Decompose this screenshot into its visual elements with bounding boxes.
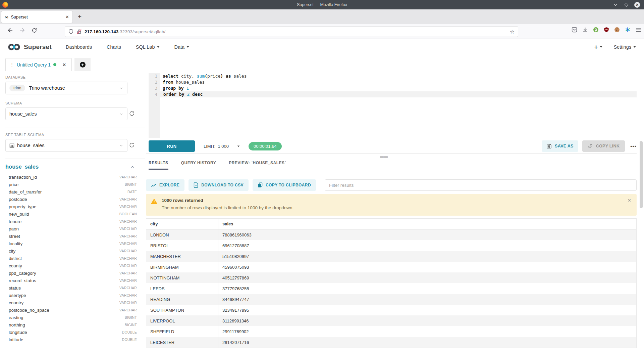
schema-label: SCHEMA xyxy=(5,101,145,105)
more-actions-button[interactable]: ••• xyxy=(630,143,637,149)
window-maximize-button[interactable] xyxy=(624,2,629,7)
column-name: easting xyxy=(5,315,23,320)
run-button[interactable]: RUN xyxy=(149,140,195,152)
sqllab-sidebar: DATABASE trino Trino warehouse SCHEMA ho… xyxy=(5,75,145,343)
table-header-sales[interactable]: sales xyxy=(218,219,636,229)
column-name: paon xyxy=(5,226,19,231)
superset-logo[interactable]: Superset xyxy=(7,43,52,51)
new-item-button[interactable]: + xyxy=(594,43,602,51)
column-list-item: district VARCHAR xyxy=(5,255,137,262)
filter-results-input[interactable] xyxy=(325,179,637,191)
column-list-item: city VARCHAR xyxy=(5,247,137,255)
column-type: VARCHAR xyxy=(119,234,137,238)
column-name: county xyxy=(5,263,22,268)
editor-toolbar: RUN LIMIT: 1 000 00:00:01.64 SAVE AS COP… xyxy=(149,139,637,154)
forward-button[interactable] xyxy=(19,28,25,33)
cell-sales: 37779768255 xyxy=(218,283,636,294)
cell-sales: 69612708887 xyxy=(218,240,636,251)
line-number: 4 xyxy=(149,91,160,97)
table-row: SHEFFIELD 29911769902 xyxy=(146,326,636,337)
results-tab-0[interactable]: RESULTS xyxy=(149,161,168,170)
window-close-button[interactable]: ✕ xyxy=(634,2,640,8)
cell-city: LIVERPOOL xyxy=(146,315,218,326)
column-list-item: property_type VARCHAR xyxy=(5,203,137,210)
cell-city: NOTTINGHAM xyxy=(146,272,218,283)
explore-button[interactable]: EXPLORE xyxy=(146,179,184,191)
database-select[interactable]: trino Trino warehouse xyxy=(5,82,127,94)
page-scrollbar[interactable] xyxy=(640,141,643,208)
svg-text:uB: uB xyxy=(605,29,607,31)
floppy-disk-icon xyxy=(546,143,552,149)
pocket-icon[interactable] xyxy=(572,27,577,33)
privacy-badger-icon[interactable] xyxy=(593,27,599,33)
chevron-down-icon xyxy=(119,86,123,90)
back-button[interactable] xyxy=(7,28,13,33)
column-list-item: tenure VARCHAR xyxy=(5,218,137,225)
hamburger-menu-icon[interactable] xyxy=(636,28,641,32)
copy-link-button[interactable]: COPY LINK xyxy=(582,140,625,152)
nav-item-charts[interactable]: Charts xyxy=(107,44,121,50)
column-list-item: paon VARCHAR xyxy=(5,225,137,232)
sql-editor[interactable]: 1 select city, sum(price) as sales 2 fro… xyxy=(149,73,637,138)
column-name: ppd_category xyxy=(5,271,36,276)
column-type: VARCHAR xyxy=(119,293,137,297)
schema-select[interactable]: house_sales xyxy=(5,107,127,120)
chevron-down-icon xyxy=(633,46,636,48)
table-name-heading[interactable]: house_sales xyxy=(5,164,39,170)
column-name: postcode xyxy=(5,197,27,202)
table-schema-select[interactable]: house_sales xyxy=(5,139,127,152)
query-tab-title: Untitled Query 1 xyxy=(17,62,51,68)
tab-close-icon[interactable]: ✕ xyxy=(65,14,69,19)
copy-clipboard-button[interactable]: COPY TO CLIPBOARD xyxy=(253,179,316,191)
column-list-item: postcode VARCHAR xyxy=(5,195,137,203)
column-name: tenure xyxy=(5,219,21,224)
alert-body: The number of rows displayed is limited … xyxy=(162,205,631,210)
table-header-city[interactable]: city xyxy=(146,219,218,229)
link-icon xyxy=(588,143,593,149)
column-type: DATE xyxy=(127,190,137,194)
query-tab[interactable]: ⋮ Untitled Query 1 ✕ xyxy=(5,58,72,71)
refresh-table-icon[interactable] xyxy=(129,142,135,148)
nav-item-dashboards[interactable]: Dashboards xyxy=(66,44,92,50)
results-tab-2[interactable]: PREVIEW: `HOUSE_SALES` xyxy=(229,161,286,170)
save-as-button[interactable]: SAVE AS xyxy=(542,140,578,152)
table-row: LEEDS 37779768255 xyxy=(146,283,636,294)
column-type: VARCHAR xyxy=(119,271,137,275)
column-list-item: longitude DOUBLE xyxy=(5,329,137,336)
url-bar[interactable]: 217.160.120.143:32393/superset/sqllab/ ☆ xyxy=(65,26,518,37)
cookie-icon[interactable] xyxy=(614,27,620,33)
column-type: VARCHAR xyxy=(119,242,137,246)
nav-item-sql-lab[interactable]: SQL Lab xyxy=(136,44,160,50)
shield-icon[interactable] xyxy=(68,29,73,34)
reload-button[interactable] xyxy=(32,28,37,33)
download-csv-button[interactable]: DOWNLOAD TO CSV xyxy=(189,179,249,191)
bookmark-star-icon[interactable]: ☆ xyxy=(510,29,515,35)
cell-sales: 788861960063 xyxy=(218,229,636,240)
ublock-icon[interactable]: uB xyxy=(604,27,609,33)
alert-title: 1000 rows returned xyxy=(162,198,631,203)
query-tab-close-icon[interactable]: ✕ xyxy=(62,62,66,67)
nav-item-data[interactable]: Data xyxy=(174,44,190,50)
new-tab-button[interactable]: + xyxy=(78,13,82,20)
results-tab-1[interactable]: QUERY HISTORY xyxy=(181,161,216,170)
refresh-schema-icon[interactable] xyxy=(129,111,135,117)
settings-menu[interactable]: Settings xyxy=(614,44,636,50)
column-list-item: date_of_transfer DATE xyxy=(5,188,137,195)
column-name: transaction_id xyxy=(5,175,37,180)
limit-dropdown[interactable]: LIMIT: 1 000 xyxy=(204,144,240,149)
drag-handle-icon[interactable]: ⋮ xyxy=(10,62,14,67)
downloads-icon[interactable] xyxy=(582,27,588,33)
lock-slash-icon[interactable] xyxy=(76,29,82,34)
window-minimize-button[interactable] xyxy=(613,2,618,7)
pane-drag-handle[interactable]: ▬▬ xyxy=(380,154,388,158)
new-query-tab-button[interactable]: + xyxy=(74,58,91,71)
cell-city: SHEFFIELD xyxy=(146,326,218,337)
browser-tab[interactable]: ∞ Superset ✕ xyxy=(1,11,72,23)
alert-close-icon[interactable]: ✕ xyxy=(628,198,631,203)
column-name: street xyxy=(5,234,20,239)
extension-asterisk-icon[interactable] xyxy=(625,27,631,33)
column-name: latitude xyxy=(5,337,23,342)
window-title: Superset — Mozilla Firefox xyxy=(0,2,644,7)
column-list-item: country VARCHAR xyxy=(5,299,137,306)
collapse-table-icon[interactable] xyxy=(130,165,135,169)
